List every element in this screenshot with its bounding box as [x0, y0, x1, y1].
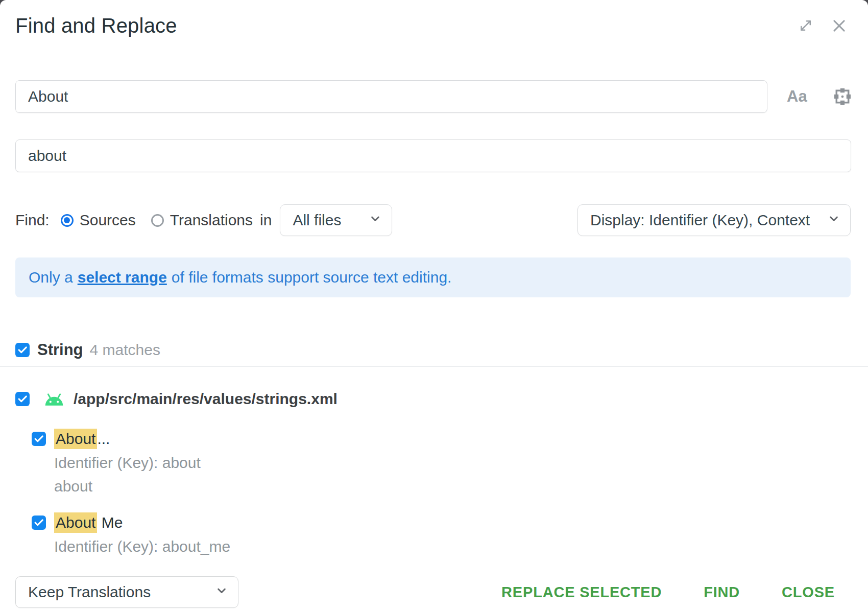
match-rest: Me [97, 514, 123, 531]
replace-row [15, 139, 851, 172]
translations-radio[interactable] [151, 214, 164, 227]
translations-mode-select[interactable]: Keep Translations [15, 576, 238, 608]
in-label: in [260, 212, 272, 229]
match-rest: ... [97, 430, 110, 447]
display-select-value: Display: Identifier (Key), Context [590, 212, 810, 229]
dialog-header: Find and Replace [0, 0, 868, 38]
string-group-row: String 4 matches [15, 342, 868, 358]
header-icons [798, 17, 848, 34]
string-group-label: String [37, 341, 83, 359]
dialog-footer: Keep Translations REPLACE SELECTED FIND … [15, 576, 835, 608]
file-checkbox[interactable] [15, 392, 30, 406]
match-identifier: Identifier (Key): about [54, 454, 868, 472]
replace-selected-button[interactable]: REPLACE SELECTED [501, 584, 662, 601]
find-label: Find: [15, 212, 50, 229]
chevron-down-icon [214, 583, 229, 601]
files-filter-select[interactable]: All files [280, 204, 392, 236]
expand-icon[interactable] [798, 18, 813, 33]
translations-mode-value: Keep Translations [28, 583, 151, 601]
notice-banner: Only a select range of file formats supp… [15, 257, 851, 297]
display-select[interactable]: Display: Identifier (Key), Context [577, 204, 851, 236]
file-row: /app/src/main/res/values/strings.xml [15, 389, 868, 409]
search-input[interactable] [15, 80, 767, 113]
sources-radio[interactable] [61, 214, 74, 227]
options-row: Find: Sources Translations in All files … [15, 204, 851, 236]
close-button[interactable]: CLOSE [782, 584, 835, 601]
find-button[interactable]: FIND [704, 584, 740, 601]
match-case-icon[interactable]: Aa [787, 87, 807, 106]
match-identifier: Identifier (Key): about_me [54, 537, 868, 556]
file-path: /app/src/main/res/values/strings.xml [74, 390, 337, 408]
notice-text-after: of file formats support source text edit… [172, 269, 452, 286]
highlighted-match: About [54, 429, 97, 449]
selection-frame-icon[interactable] [833, 87, 852, 106]
notice-text-before: Only a [29, 269, 73, 286]
select-range-link[interactable]: select range [78, 269, 167, 286]
match-checkbox[interactable] [32, 432, 46, 446]
files-filter-value: All files [293, 212, 341, 229]
match-source-text: About Me [54, 513, 123, 532]
string-group-checkbox[interactable] [15, 343, 30, 357]
replace-input[interactable] [15, 139, 851, 172]
find-and-replace-dialog: Find and Replace Aa [0, 0, 868, 609]
match-row: About Me Identifier (Key): about_me [32, 513, 868, 556]
sources-radio-label[interactable]: Sources [80, 212, 136, 229]
chevron-down-icon [827, 212, 841, 229]
match-source-text: About... [54, 429, 110, 449]
match-checkbox[interactable] [32, 516, 46, 530]
close-icon[interactable] [831, 17, 848, 34]
match-context: about [54, 477, 868, 496]
translations-radio-label[interactable]: Translations [170, 212, 253, 229]
chevron-down-icon [368, 212, 382, 229]
android-icon [44, 392, 64, 406]
dialog-title: Find and Replace [15, 14, 177, 37]
search-row: Aa [15, 80, 868, 113]
match-row: About... Identifier (Key): about about [32, 429, 868, 496]
string-match-count: 4 matches [90, 341, 160, 359]
footer-buttons: REPLACE SELECTED FIND CLOSE [501, 584, 835, 601]
highlighted-match: About [54, 512, 97, 533]
divider [0, 366, 868, 367]
